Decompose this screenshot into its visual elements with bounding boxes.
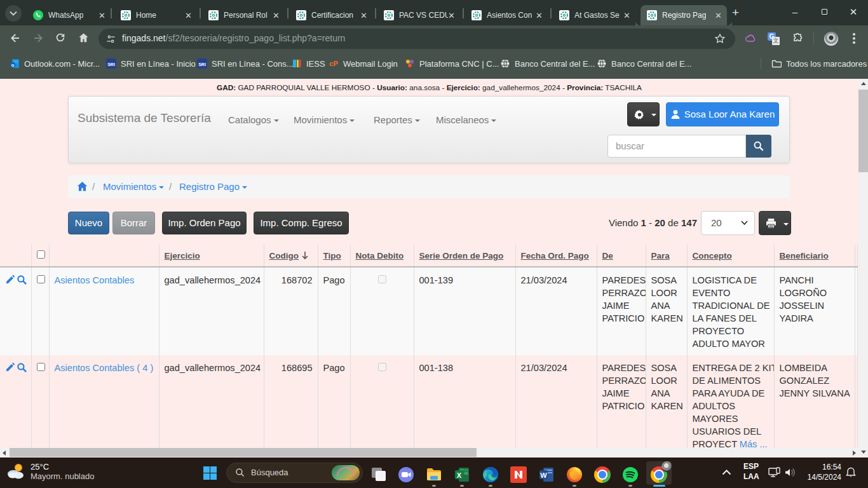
- svg-text:SRI: SRI: [107, 62, 115, 67]
- svg-text:o: o: [11, 62, 15, 68]
- svg-text:W: W: [540, 471, 547, 479]
- svg-text:SRI: SRI: [198, 62, 206, 67]
- svg-text:cP: cP: [329, 60, 337, 67]
- svg-text:X: X: [457, 471, 462, 479]
